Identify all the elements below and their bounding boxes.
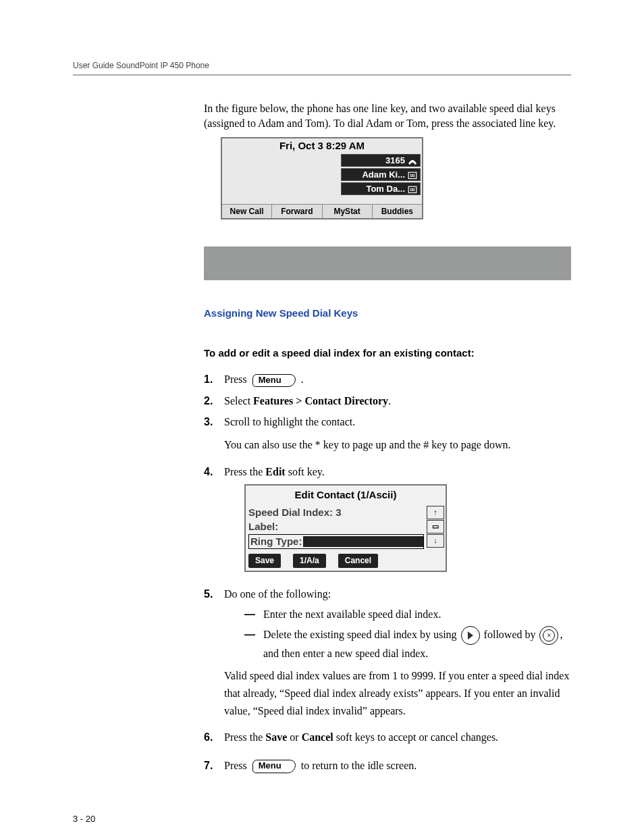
step-body: Press the Edit soft key. Edit Contact (1… bbox=[224, 463, 571, 582]
s6a: Press the bbox=[224, 731, 265, 743]
softkey-mode: 1/A/a bbox=[293, 554, 326, 568]
arrow-right-icon bbox=[461, 626, 480, 645]
field-speed-dial: Speed Dial Index: 3 bbox=[248, 506, 424, 519]
phone-screen: Fri, Oct 3 8:29 AM 3165 Adam Ki... bbox=[221, 137, 423, 219]
softkey-row: New Call Forward MyStat Buddies bbox=[222, 204, 422, 218]
step-1-text-a: Press bbox=[224, 373, 247, 385]
step-3: 3. Scroll to highlight the contact. You … bbox=[204, 413, 571, 459]
scroll-down-icon: ↓ bbox=[427, 534, 444, 548]
softkey-newcall: New Call bbox=[222, 205, 272, 218]
step-4-bold: Edit bbox=[265, 466, 285, 477]
step-body: Press the Save or Cancel soft keys to ac… bbox=[224, 729, 571, 746]
phone-body: 3165 Adam Ki... Tom Da... bbox=[222, 153, 422, 204]
svg-point-9 bbox=[412, 188, 413, 190]
step-1-text-b: . bbox=[301, 373, 304, 385]
dash-icon: — bbox=[244, 626, 263, 662]
speed-dial-icon bbox=[408, 172, 417, 178]
svg-point-2 bbox=[412, 174, 413, 176]
line-key-3: Tom Da... bbox=[341, 182, 421, 195]
step-1: 1. Press Menu . bbox=[204, 371, 571, 388]
procedure-heading: To add or edit a speed dial index for an… bbox=[204, 347, 571, 359]
step-6: 6. Press the Save or Cancel soft keys to… bbox=[204, 729, 571, 746]
step-number: 5. bbox=[204, 585, 224, 725]
step-number: 4. bbox=[204, 463, 224, 582]
line-key-2: Adam Ki... bbox=[341, 168, 421, 181]
edit-body: Speed Dial Index: 3 Label: Ring Type: ↑ … bbox=[246, 504, 446, 552]
step-5-sub-2: — Delete the existing speed dial index b… bbox=[244, 626, 571, 662]
step-5-text-a: Do one of the following: bbox=[224, 588, 331, 600]
s6e: soft keys to accept or cancel changes. bbox=[333, 731, 498, 743]
svg-point-3 bbox=[413, 174, 414, 176]
step-4: 4. Press the Edit soft key. Edit Contact… bbox=[204, 463, 571, 582]
line-key-column: 3165 Adam Ki... Tom Da... bbox=[340, 153, 422, 204]
svg-point-6 bbox=[413, 176, 414, 177]
line-key-1-label: 3165 bbox=[385, 155, 405, 165]
step-5-sub-1: — Enter the next available speed dial in… bbox=[244, 606, 571, 623]
page-content: User Guide SoundPoint IP 450 Phone In th… bbox=[0, 0, 644, 834]
step-body: Press Menu to return to the idle screen. bbox=[224, 757, 571, 775]
scroll-column: ↑ ▭ ↓ bbox=[427, 504, 446, 552]
step-body: Select Features > Contact Directory. bbox=[224, 392, 571, 410]
figure-idle-screen: Fri, Oct 3 8:29 AM 3165 Adam Ki... bbox=[221, 137, 423, 219]
step-7-text-b: to return to the idle screen. bbox=[301, 760, 417, 771]
phone-icon bbox=[408, 157, 417, 164]
step-5-sub-2-a: Delete the existing speed dial index by … bbox=[263, 629, 457, 640]
step-5-sublist: — Enter the next available speed dial in… bbox=[244, 606, 571, 662]
step-5-sub-1-text: Enter the next available speed dial inde… bbox=[263, 606, 571, 623]
step-number: 6. bbox=[204, 729, 224, 746]
step-number: 1. bbox=[204, 371, 224, 388]
edit-contact-title: Edit Contact (1/Ascii) bbox=[246, 486, 446, 504]
softkey-mystat: MyStat bbox=[323, 205, 373, 218]
softkey-forward: Forward bbox=[272, 205, 322, 218]
menu-button-icon: Menu bbox=[252, 374, 296, 388]
step-5-sub-2-body: Delete the existing speed dial index by … bbox=[263, 626, 571, 662]
s6d: Cancel bbox=[302, 731, 333, 743]
section-title: Assigning New Speed Dial Keys bbox=[204, 307, 571, 319]
step-5: 5. Do one of the following: — Enter the … bbox=[204, 585, 571, 725]
edit-softkey-row: Save 1/A/a Cancel bbox=[246, 552, 446, 571]
svg-point-13 bbox=[413, 190, 414, 191]
step-4-text-c: soft key. bbox=[286, 466, 325, 477]
step-5-sub-2-b: followed by bbox=[484, 629, 536, 640]
figure-edit-contact: Edit Contact (1/Ascii) Speed Dial Index:… bbox=[244, 484, 447, 572]
line-key-2-label: Adam Ki... bbox=[362, 170, 405, 180]
step-2-text-a: Select bbox=[224, 395, 253, 407]
step-4-text-a: Press the bbox=[224, 466, 265, 477]
header-rule bbox=[73, 74, 571, 76]
svg-point-4 bbox=[410, 176, 412, 177]
svg-point-1 bbox=[410, 174, 412, 176]
svg-point-8 bbox=[410, 188, 412, 190]
softkey-cancel: Cancel bbox=[338, 554, 378, 568]
softkey-save: Save bbox=[248, 554, 281, 568]
step-5-valid: Valid speed dial index values are from 1… bbox=[224, 667, 571, 719]
step-7-text-a: Press bbox=[224, 760, 247, 771]
page-number: 3 - 20 bbox=[73, 814, 95, 824]
line-key-1: 3165 bbox=[341, 154, 421, 167]
ordered-list: 1. Press Menu . 2. Select Features > Con… bbox=[204, 371, 571, 774]
phone-datetime: Fri, Oct 3 8:29 AM bbox=[222, 138, 422, 153]
scroll-up-icon: ↑ bbox=[427, 506, 444, 519]
step-2-bold: Features > Contact Directory bbox=[253, 395, 388, 407]
step-body: Do one of the following: — Enter the nex… bbox=[224, 585, 571, 725]
step-3-text-b: You can also use the * key to page up an… bbox=[224, 436, 571, 454]
softkey-buddies: Buddies bbox=[373, 205, 422, 218]
intro-paragraph: In the figure below, the phone has one l… bbox=[204, 101, 571, 130]
field-label: Label: bbox=[248, 520, 424, 533]
step-7: 7. Press Menu to return to the idle scre… bbox=[204, 757, 571, 775]
step-number: 7. bbox=[204, 757, 224, 775]
field-ring-type: Ring Type: bbox=[248, 534, 424, 549]
svg-point-12 bbox=[412, 190, 413, 191]
svg-point-10 bbox=[413, 188, 414, 190]
delete-x-icon: × bbox=[539, 626, 558, 645]
step-2-text-c: . bbox=[388, 395, 391, 407]
field-ring-type-label: Ring Type: bbox=[250, 533, 302, 550]
step-number: 3. bbox=[204, 413, 224, 459]
s6c: or bbox=[287, 731, 301, 743]
speed-dial-icon bbox=[408, 186, 417, 192]
step-2: 2. Select Features > Contact Directory. bbox=[204, 392, 571, 410]
edit-fields: Speed Dial Index: 3 Label: Ring Type: bbox=[246, 504, 427, 552]
step-3-text-a: Scroll to highlight the contact. bbox=[224, 416, 355, 427]
running-header: User Guide SoundPoint IP 450 Phone bbox=[73, 61, 571, 70]
svg-point-11 bbox=[410, 190, 412, 191]
menu-button-icon: Menu bbox=[252, 760, 296, 773]
